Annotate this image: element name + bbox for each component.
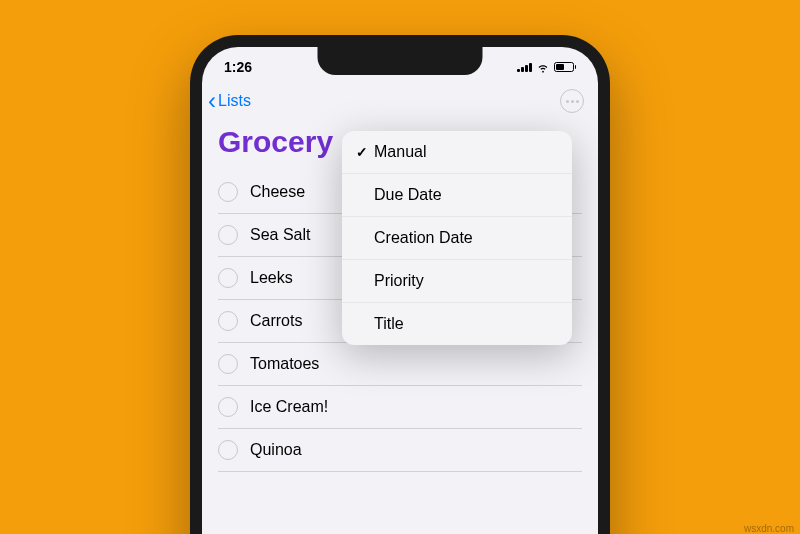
menu-label: Due Date [374, 186, 442, 204]
sort-option-priority[interactable]: Priority [342, 260, 572, 303]
complete-circle-icon[interactable] [218, 225, 238, 245]
reminder-item[interactable]: Tomatoes [218, 343, 582, 386]
complete-circle-icon[interactable] [218, 397, 238, 417]
back-button[interactable]: ‹ Lists [208, 89, 251, 113]
reminder-label: Sea Salt [250, 226, 310, 244]
wifi-icon [536, 60, 550, 74]
reminder-label: Carrots [250, 312, 302, 330]
reminder-label: Quinoa [250, 441, 302, 459]
reminder-label: Tomatoes [250, 355, 319, 373]
checkmark-icon: ✓ [356, 144, 374, 160]
watermark: wsxdn.com [744, 523, 794, 534]
menu-label: Manual [374, 143, 426, 161]
complete-circle-icon[interactable] [218, 268, 238, 288]
chevron-left-icon: ‹ [208, 89, 216, 113]
sort-option-due-date[interactable]: Due Date [342, 174, 572, 217]
reminder-label: Leeks [250, 269, 293, 287]
reminder-label: Ice Cream! [250, 398, 328, 416]
sort-option-manual[interactable]: ✓ Manual [342, 131, 572, 174]
complete-circle-icon[interactable] [218, 354, 238, 374]
complete-circle-icon[interactable] [218, 440, 238, 460]
reminder-item[interactable]: Ice Cream! [218, 386, 582, 429]
menu-label: Title [374, 315, 404, 333]
back-label: Lists [218, 92, 251, 110]
sort-option-title[interactable]: Title [342, 303, 572, 345]
reminder-item[interactable]: Quinoa [218, 429, 582, 472]
sort-option-creation-date[interactable]: Creation Date [342, 217, 572, 260]
menu-label: Creation Date [374, 229, 473, 247]
sort-menu: ✓ Manual Due Date Creation Date Priority… [342, 131, 572, 345]
more-button[interactable] [560, 89, 584, 113]
ellipsis-icon [566, 100, 579, 103]
notch [318, 47, 483, 75]
complete-circle-icon[interactable] [218, 311, 238, 331]
reminder-label: Cheese [250, 183, 305, 201]
battery-icon [554, 62, 577, 72]
phone-frame: 1:26 ‹ Lists [190, 35, 610, 534]
complete-circle-icon[interactable] [218, 182, 238, 202]
menu-label: Priority [374, 272, 424, 290]
phone-screen: 1:26 ‹ Lists [202, 47, 598, 534]
nav-bar: ‹ Lists [202, 83, 598, 121]
cellular-signal-icon [517, 62, 532, 72]
